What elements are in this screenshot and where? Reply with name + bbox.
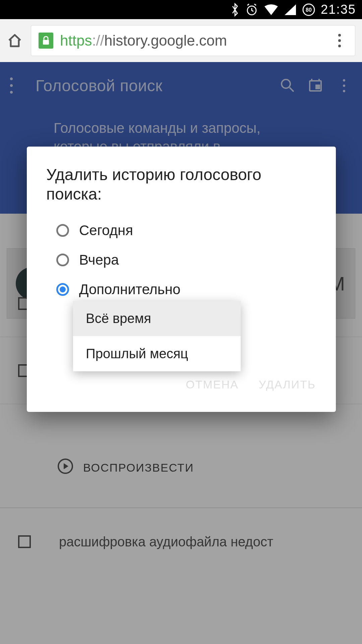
wifi-icon bbox=[264, 4, 279, 16]
lock-icon bbox=[39, 33, 53, 49]
radio-label: Сегодня bbox=[79, 222, 133, 238]
radio-icon bbox=[56, 254, 69, 266]
time-range-dropdown: Всё время Прошлый месяц bbox=[73, 301, 241, 371]
bluetooth-icon bbox=[230, 3, 240, 17]
svg-text:80: 80 bbox=[306, 7, 312, 13]
svg-rect-3 bbox=[43, 40, 49, 45]
dropdown-item-label: Прошлый месяц bbox=[86, 346, 188, 361]
dropdown-item-lastmonth[interactable]: Прошлый месяц bbox=[73, 336, 241, 371]
browser-menu-button[interactable] bbox=[331, 34, 348, 47]
radio-label: Вчера bbox=[79, 252, 119, 268]
radio-option-yesterday[interactable]: Вчера bbox=[27, 245, 336, 275]
radio-label: Дополнительно bbox=[79, 281, 180, 298]
battery-icon: 80 bbox=[302, 3, 315, 16]
url-scheme: https bbox=[60, 32, 92, 49]
signal-icon bbox=[284, 4, 297, 16]
url-separator: :// bbox=[92, 32, 104, 49]
home-button[interactable] bbox=[7, 33, 23, 49]
delete-button[interactable]: УДАЛИТЬ bbox=[259, 378, 316, 391]
dropdown-item-alltime[interactable]: Всё время bbox=[73, 301, 241, 336]
radio-icon bbox=[56, 224, 69, 237]
cancel-button[interactable]: ОТМЕНА bbox=[186, 378, 238, 391]
radio-icon bbox=[56, 283, 69, 296]
url-bar[interactable]: https://history.google.com bbox=[31, 25, 355, 56]
url-host: history.google.com bbox=[104, 32, 227, 49]
dialog-action-row: ОТМЕНА УДАЛИТЬ bbox=[27, 371, 336, 391]
radio-option-today[interactable]: Сегодня bbox=[27, 216, 336, 245]
delete-history-dialog: Удалить историю голосового поиска: Сегод… bbox=[27, 147, 336, 412]
dropdown-item-label: Всё время bbox=[86, 311, 151, 326]
browser-chrome: https://history.google.com bbox=[0, 19, 362, 62]
url-text: https://history.google.com bbox=[60, 32, 325, 49]
status-bar: 80 21:35 bbox=[0, 0, 362, 19]
status-time: 21:35 bbox=[321, 2, 356, 17]
dialog-title: Удалить историю голосового поиска: bbox=[27, 165, 336, 216]
alarm-icon bbox=[245, 3, 258, 16]
radio-option-advanced[interactable]: Дополнительно bbox=[27, 275, 336, 304]
